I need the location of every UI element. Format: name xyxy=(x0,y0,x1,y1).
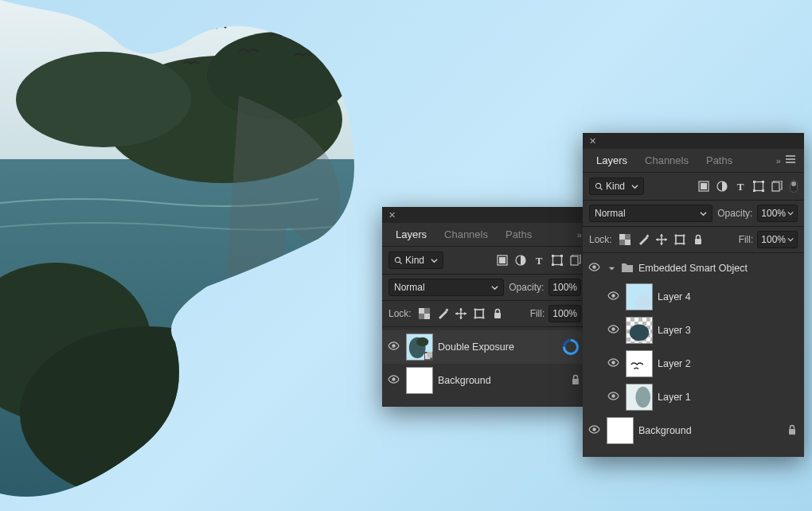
filter-type-icon[interactable]: T xyxy=(735,181,746,192)
group-name[interactable]: Embedded Smart Object xyxy=(638,263,748,274)
lock-label: Lock: xyxy=(589,234,612,245)
layer-thumbnail[interactable] xyxy=(626,317,653,344)
svg-point-5 xyxy=(0,263,151,422)
panel-titlebar[interactable]: ✕ xyxy=(382,207,588,223)
lock-position-icon[interactable] xyxy=(455,308,467,319)
layer-name[interactable]: Layer 1 xyxy=(658,392,691,403)
blend-mode-dropdown[interactable]: Normal xyxy=(589,205,712,222)
tab-layers[interactable]: Layers xyxy=(387,223,435,247)
filter-smartobject-icon[interactable] xyxy=(771,181,783,192)
layer-thumbnail[interactable] xyxy=(406,334,433,361)
fill-field[interactable]: 100% xyxy=(548,305,581,322)
opacity-field[interactable]: 100% xyxy=(757,205,798,222)
visibility-toggle[interactable] xyxy=(586,423,602,438)
filter-pixel-icon[interactable] xyxy=(497,255,508,266)
collapse-icon[interactable]: ›› xyxy=(775,156,782,166)
collapse-icon[interactable]: ›› xyxy=(576,230,583,240)
visibility-toggle[interactable] xyxy=(605,323,621,337)
layer-list: Double Exposure Background xyxy=(382,327,588,407)
svg-point-68 xyxy=(630,324,649,341)
lock-label: Lock: xyxy=(388,308,412,319)
layer-filter-row: Kind T xyxy=(583,173,804,201)
lock-pixels-icon[interactable] xyxy=(437,308,448,319)
panel-menu-icon[interactable] xyxy=(782,154,799,166)
svg-rect-50 xyxy=(753,189,755,192)
svg-rect-0 xyxy=(0,0,406,183)
visibility-toggle[interactable] xyxy=(605,357,621,371)
lock-all-icon[interactable] xyxy=(492,308,503,319)
tab-layers[interactable]: Layers xyxy=(588,149,636,173)
close-icon[interactable]: ✕ xyxy=(587,136,598,146)
lock-row: Lock: Fill: 100% xyxy=(583,227,804,253)
layer-row-double-exposure[interactable]: Double Exposure xyxy=(382,330,588,364)
layer-row-background[interactable]: Background xyxy=(382,364,588,397)
layer-name[interactable]: Layer 3 xyxy=(658,325,691,336)
layer-thumbnail[interactable] xyxy=(607,417,634,444)
lock-artboard-icon[interactable] xyxy=(474,308,485,319)
disclosure-toggle[interactable] xyxy=(607,265,616,272)
panel-titlebar[interactable]: ✕ xyxy=(583,133,804,149)
layer-name[interactable]: Background xyxy=(638,425,692,436)
svg-rect-20 xyxy=(424,314,430,319)
layer-thumbnail[interactable] xyxy=(626,384,653,411)
filter-adjustment-icon[interactable] xyxy=(716,181,728,192)
svg-rect-14 xyxy=(560,255,563,257)
blend-opacity-row: Normal Opacity: 100% xyxy=(583,201,804,227)
visibility-toggle[interactable] xyxy=(385,340,401,354)
lock-artboard-icon[interactable] xyxy=(674,234,685,245)
lock-transparency-icon[interactable] xyxy=(619,234,630,245)
layer-row[interactable]: Layer 4 xyxy=(583,280,804,314)
layer-name[interactable]: Background xyxy=(438,375,491,386)
visibility-toggle[interactable] xyxy=(605,290,621,304)
layer-thumbnail[interactable] xyxy=(406,367,433,394)
filter-shape-icon[interactable] xyxy=(753,181,764,192)
fill-field[interactable]: 100% xyxy=(757,231,798,248)
lock-pixels-icon[interactable] xyxy=(638,234,649,245)
tab-channels[interactable]: Channels xyxy=(435,223,497,247)
blend-mode-dropdown[interactable]: Normal xyxy=(388,279,504,296)
layer-row[interactable]: Layer 1 xyxy=(583,380,804,414)
lock-transparency-icon[interactable] xyxy=(419,308,430,319)
visibility-toggle[interactable] xyxy=(605,390,621,404)
filter-type-icon[interactable]: T xyxy=(533,255,545,266)
layer-row[interactable]: Layer 2 xyxy=(583,347,804,380)
lock-all-icon[interactable] xyxy=(693,234,704,245)
filter-kind-dropdown[interactable]: Kind xyxy=(388,252,443,269)
svg-line-8 xyxy=(400,262,402,264)
visibility-toggle[interactable] xyxy=(586,261,602,275)
layer-thumbnail[interactable] xyxy=(626,350,653,377)
svg-rect-70 xyxy=(627,351,652,376)
layer-name[interactable]: Double Exposure xyxy=(438,341,514,353)
layer-row-background[interactable]: Background xyxy=(583,414,804,447)
panel-tabs: Layers Channels Paths ›› xyxy=(382,223,588,247)
opacity-field[interactable]: 100% xyxy=(548,279,581,296)
tab-paths[interactable]: Paths xyxy=(497,223,541,247)
layer-thumbnail[interactable] xyxy=(626,283,653,310)
visibility-toggle[interactable] xyxy=(385,373,401,388)
layer-group-row[interactable]: Embedded Smart Object xyxy=(583,256,804,280)
filter-smartobject-icon[interactable] xyxy=(570,255,581,266)
layer-row[interactable]: Layer 3 xyxy=(583,314,804,347)
filter-adjustment-icon[interactable] xyxy=(515,255,526,266)
svg-rect-34 xyxy=(427,352,431,357)
filter-toggle[interactable] xyxy=(790,180,798,193)
filter-shape-icon[interactable] xyxy=(552,255,563,266)
sync-progress-icon xyxy=(562,338,580,356)
fill-label: Fill: xyxy=(530,308,545,319)
svg-rect-62 xyxy=(695,239,701,244)
filter-pixel-icon[interactable] xyxy=(698,181,709,192)
fill-value: 100% xyxy=(552,308,577,319)
svg-point-7 xyxy=(395,257,400,262)
tab-channels[interactable]: Channels xyxy=(636,149,697,173)
chevron-down-icon xyxy=(631,183,638,190)
tab-paths[interactable]: Paths xyxy=(697,149,741,173)
layer-name[interactable]: Layer 4 xyxy=(658,291,691,302)
svg-rect-16 xyxy=(560,263,563,266)
layer-name[interactable]: Layer 2 xyxy=(658,358,691,369)
svg-rect-38 xyxy=(572,379,579,384)
filter-kind-dropdown[interactable]: Kind xyxy=(589,177,644,195)
lock-position-icon[interactable] xyxy=(656,234,667,245)
chevron-down-icon xyxy=(491,284,498,291)
svg-rect-10 xyxy=(499,257,506,263)
close-icon[interactable]: ✕ xyxy=(386,210,397,220)
